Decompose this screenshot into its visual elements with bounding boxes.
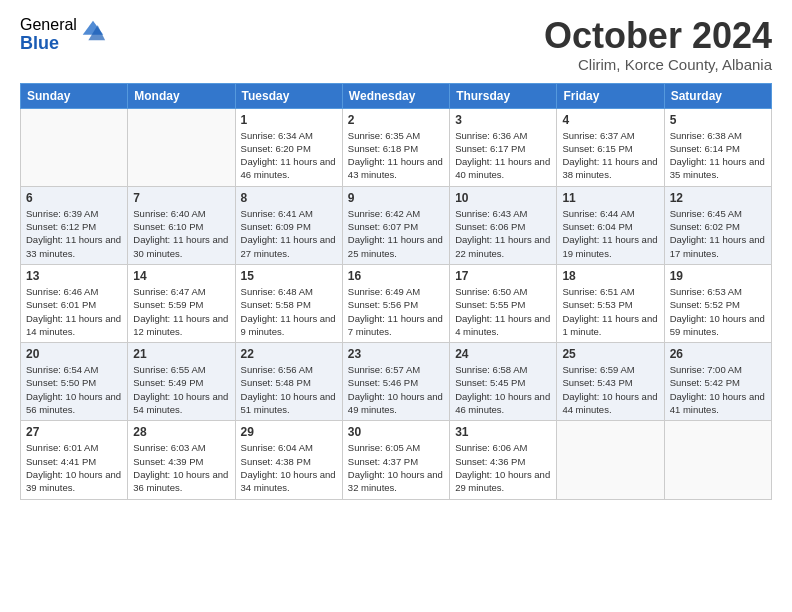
day-number: 8 [241,191,337,205]
calendar-cell: 12Sunrise: 6:45 AM Sunset: 6:02 PM Dayli… [664,186,771,264]
col-monday: Monday [128,83,235,108]
day-number: 16 [348,269,444,283]
calendar-cell [557,421,664,499]
calendar-cell: 19Sunrise: 6:53 AM Sunset: 5:52 PM Dayli… [664,264,771,342]
col-saturday: Saturday [664,83,771,108]
day-info: Sunrise: 6:44 AM Sunset: 6:04 PM Dayligh… [562,207,658,260]
day-info: Sunrise: 6:04 AM Sunset: 4:38 PM Dayligh… [241,441,337,494]
calendar-cell: 6Sunrise: 6:39 AM Sunset: 6:12 PM Daylig… [21,186,128,264]
day-info: Sunrise: 6:37 AM Sunset: 6:15 PM Dayligh… [562,129,658,182]
day-number: 9 [348,191,444,205]
calendar-cell: 10Sunrise: 6:43 AM Sunset: 6:06 PM Dayli… [450,186,557,264]
day-info: Sunrise: 6:34 AM Sunset: 6:20 PM Dayligh… [241,129,337,182]
day-info: Sunrise: 6:53 AM Sunset: 5:52 PM Dayligh… [670,285,766,338]
day-info: Sunrise: 6:43 AM Sunset: 6:06 PM Dayligh… [455,207,551,260]
calendar-cell: 14Sunrise: 6:47 AM Sunset: 5:59 PM Dayli… [128,264,235,342]
day-info: Sunrise: 6:58 AM Sunset: 5:45 PM Dayligh… [455,363,551,416]
calendar-cell: 17Sunrise: 6:50 AM Sunset: 5:55 PM Dayli… [450,264,557,342]
month-title: October 2024 [544,16,772,56]
calendar-cell: 8Sunrise: 6:41 AM Sunset: 6:09 PM Daylig… [235,186,342,264]
day-number: 3 [455,113,551,127]
logo-text: General Blue [20,16,77,53]
logo-blue: Blue [20,34,77,54]
week-row-5: 27Sunrise: 6:01 AM Sunset: 4:41 PM Dayli… [21,421,772,499]
day-number: 24 [455,347,551,361]
calendar-cell [21,108,128,186]
calendar-cell: 22Sunrise: 6:56 AM Sunset: 5:48 PM Dayli… [235,343,342,421]
calendar-cell: 3Sunrise: 6:36 AM Sunset: 6:17 PM Daylig… [450,108,557,186]
col-tuesday: Tuesday [235,83,342,108]
day-number: 10 [455,191,551,205]
day-info: Sunrise: 6:54 AM Sunset: 5:50 PM Dayligh… [26,363,122,416]
calendar-cell [128,108,235,186]
day-info: Sunrise: 6:41 AM Sunset: 6:09 PM Dayligh… [241,207,337,260]
calendar-cell: 16Sunrise: 6:49 AM Sunset: 5:56 PM Dayli… [342,264,449,342]
location: Clirim, Korce County, Albania [544,56,772,73]
day-info: Sunrise: 6:49 AM Sunset: 5:56 PM Dayligh… [348,285,444,338]
day-info: Sunrise: 6:35 AM Sunset: 6:18 PM Dayligh… [348,129,444,182]
calendar-cell: 5Sunrise: 6:38 AM Sunset: 6:14 PM Daylig… [664,108,771,186]
day-info: Sunrise: 6:39 AM Sunset: 6:12 PM Dayligh… [26,207,122,260]
week-row-1: 1Sunrise: 6:34 AM Sunset: 6:20 PM Daylig… [21,108,772,186]
day-info: Sunrise: 6:06 AM Sunset: 4:36 PM Dayligh… [455,441,551,494]
day-number: 22 [241,347,337,361]
day-info: Sunrise: 6:38 AM Sunset: 6:14 PM Dayligh… [670,129,766,182]
calendar-cell: 20Sunrise: 6:54 AM Sunset: 5:50 PM Dayli… [21,343,128,421]
calendar-cell: 1Sunrise: 6:34 AM Sunset: 6:20 PM Daylig… [235,108,342,186]
day-number: 27 [26,425,122,439]
day-number: 23 [348,347,444,361]
day-info: Sunrise: 6:36 AM Sunset: 6:17 PM Dayligh… [455,129,551,182]
title-block: October 2024 Clirim, Korce County, Alban… [544,16,772,73]
calendar-cell: 21Sunrise: 6:55 AM Sunset: 5:49 PM Dayli… [128,343,235,421]
logo-icon [79,16,107,44]
day-info: Sunrise: 6:40 AM Sunset: 6:10 PM Dayligh… [133,207,229,260]
day-info: Sunrise: 6:47 AM Sunset: 5:59 PM Dayligh… [133,285,229,338]
day-number: 5 [670,113,766,127]
day-number: 1 [241,113,337,127]
day-number: 7 [133,191,229,205]
day-info: Sunrise: 6:56 AM Sunset: 5:48 PM Dayligh… [241,363,337,416]
col-wednesday: Wednesday [342,83,449,108]
day-number: 28 [133,425,229,439]
day-number: 20 [26,347,122,361]
calendar-table: Sunday Monday Tuesday Wednesday Thursday… [20,83,772,500]
header-row: Sunday Monday Tuesday Wednesday Thursday… [21,83,772,108]
week-row-4: 20Sunrise: 6:54 AM Sunset: 5:50 PM Dayli… [21,343,772,421]
calendar-cell: 31Sunrise: 6:06 AM Sunset: 4:36 PM Dayli… [450,421,557,499]
day-number: 15 [241,269,337,283]
page: General Blue October 2024 Clirim, Korce … [0,0,792,520]
calendar-cell: 2Sunrise: 6:35 AM Sunset: 6:18 PM Daylig… [342,108,449,186]
day-info: Sunrise: 6:50 AM Sunset: 5:55 PM Dayligh… [455,285,551,338]
calendar-cell: 18Sunrise: 6:51 AM Sunset: 5:53 PM Dayli… [557,264,664,342]
day-info: Sunrise: 6:03 AM Sunset: 4:39 PM Dayligh… [133,441,229,494]
day-number: 25 [562,347,658,361]
day-number: 31 [455,425,551,439]
calendar-cell: 30Sunrise: 6:05 AM Sunset: 4:37 PM Dayli… [342,421,449,499]
day-number: 30 [348,425,444,439]
calendar-cell: 11Sunrise: 6:44 AM Sunset: 6:04 PM Dayli… [557,186,664,264]
day-info: Sunrise: 6:55 AM Sunset: 5:49 PM Dayligh… [133,363,229,416]
day-number: 6 [26,191,122,205]
week-row-2: 6Sunrise: 6:39 AM Sunset: 6:12 PM Daylig… [21,186,772,264]
day-number: 19 [670,269,766,283]
day-number: 4 [562,113,658,127]
calendar-cell: 26Sunrise: 7:00 AM Sunset: 5:42 PM Dayli… [664,343,771,421]
calendar-cell: 29Sunrise: 6:04 AM Sunset: 4:38 PM Dayli… [235,421,342,499]
header: General Blue October 2024 Clirim, Korce … [20,16,772,73]
calendar-cell: 24Sunrise: 6:58 AM Sunset: 5:45 PM Dayli… [450,343,557,421]
day-number: 29 [241,425,337,439]
logo: General Blue [20,16,107,53]
calendar-cell: 27Sunrise: 6:01 AM Sunset: 4:41 PM Dayli… [21,421,128,499]
day-number: 26 [670,347,766,361]
calendar-cell: 4Sunrise: 6:37 AM Sunset: 6:15 PM Daylig… [557,108,664,186]
day-info: Sunrise: 6:46 AM Sunset: 6:01 PM Dayligh… [26,285,122,338]
day-info: Sunrise: 6:01 AM Sunset: 4:41 PM Dayligh… [26,441,122,494]
day-number: 11 [562,191,658,205]
calendar-cell: 13Sunrise: 6:46 AM Sunset: 6:01 PM Dayli… [21,264,128,342]
calendar-cell: 9Sunrise: 6:42 AM Sunset: 6:07 PM Daylig… [342,186,449,264]
calendar-cell: 7Sunrise: 6:40 AM Sunset: 6:10 PM Daylig… [128,186,235,264]
col-sunday: Sunday [21,83,128,108]
day-number: 2 [348,113,444,127]
day-info: Sunrise: 7:00 AM Sunset: 5:42 PM Dayligh… [670,363,766,416]
calendar-cell: 15Sunrise: 6:48 AM Sunset: 5:58 PM Dayli… [235,264,342,342]
